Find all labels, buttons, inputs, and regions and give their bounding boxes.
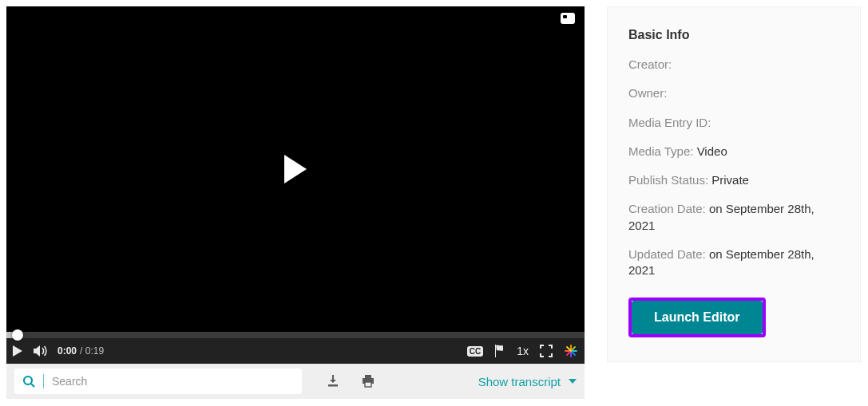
search-divider [43,374,44,388]
current-time: 0:00 [57,345,77,357]
playback-speed-button[interactable]: 1x [517,345,529,357]
kaltura-logo-icon[interactable] [564,344,578,358]
field-creation-date: Creation Date: on September 28th, 2021 [628,201,839,234]
field-owner: Owner: [628,85,839,101]
svg-rect-10 [328,384,338,387]
field-label: Publish Status: [628,173,708,187]
picture-in-picture-icon[interactable] [561,13,575,24]
field-label: Owner: [628,86,667,100]
field-label: Updated Date: [628,247,706,261]
field-label: Media Type: [628,144,693,158]
field-value: Private [711,173,749,187]
svg-rect-11 [365,375,371,378]
video-column: 0:00 / 0:19 CC 1x [6,6,585,399]
launch-editor-highlight: Launch Editor [628,298,766,337]
svg-line-9 [31,384,34,387]
field-updated-date: Updated Date: on September 28th, 2021 [628,246,839,279]
transcript-toolbar: Show transcript [6,364,585,399]
field-label: Creator: [628,57,672,71]
control-bar: 0:00 / 0:19 CC 1x [6,338,585,364]
video-stage [6,6,585,332]
field-label: Media Entry ID: [628,116,711,129]
search-icon[interactable] [22,375,35,388]
panel-heading: Basic Info [628,28,839,42]
chevron-down-icon [569,379,577,384]
info-panel: Basic Info Creator: Owner: Media Entry I… [607,6,861,362]
download-icon[interactable] [326,374,340,388]
show-transcript-label: Show transcript [478,375,561,388]
svg-point-8 [24,376,32,384]
field-value: Video [697,144,727,158]
field-publish-status: Publish Status: Private [628,172,839,188]
closed-captions-button[interactable]: CC [467,346,483,357]
field-media-entry-id: Media Entry ID: [628,115,839,131]
play-button[interactable] [13,345,22,357]
fullscreen-icon[interactable] [540,345,553,357]
field-media-type: Media Type: Video [628,144,839,160]
duration-separator: / [80,345,82,357]
play-overlay-button[interactable] [284,155,307,183]
field-label: Creation Date: [628,202,706,215]
field-creator: Creator: [628,57,839,73]
duration: 0:19 [85,345,104,357]
search-input[interactable] [52,375,294,388]
scrub-thumb[interactable] [12,329,23,341]
flag-icon[interactable] [494,345,505,357]
launch-editor-button[interactable]: Launch Editor [632,301,763,334]
volume-icon[interactable] [34,345,48,357]
show-transcript-toggle[interactable]: Show transcript [478,375,577,388]
scrub-bar[interactable] [6,332,585,338]
svg-rect-13 [365,382,371,387]
search-wrap [14,369,302,394]
print-icon[interactable] [361,374,375,388]
